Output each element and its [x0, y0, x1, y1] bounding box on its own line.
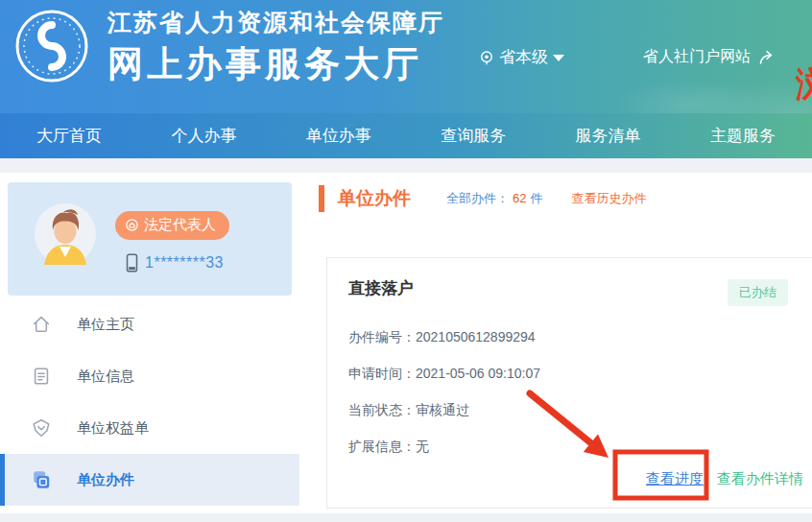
nav-item-home[interactable]: 大厅首页: [8, 125, 131, 147]
history-cases-link[interactable]: 查看历史办件: [571, 190, 646, 207]
total-unit: 件: [530, 191, 542, 205]
document-icon: [31, 366, 52, 387]
nav-item-service-list[interactable]: 服务清单: [547, 125, 670, 147]
card-action-links: 查看进度 查看办件详情: [646, 470, 803, 488]
phone-icon: [125, 253, 139, 273]
field-value: 无: [416, 439, 429, 454]
main-content: 单位办件 全部办件：62件 查看历史办件 直接落户 已办结 办件编号：20210…: [299, 173, 812, 513]
sidebar: 法定代表人 1********33 单位主页 单位信息: [0, 173, 299, 513]
sidebar-item-unit-home[interactable]: 单位主页: [0, 298, 299, 350]
sidebar-item-unit-cases[interactable]: 单位办件: [0, 454, 299, 506]
field-value: 2021-05-06 09:10:07: [416, 366, 540, 381]
role-badge-label: 法定代表人: [144, 216, 216, 234]
nav-item-unit[interactable]: 单位办事: [277, 125, 400, 147]
sidebar-item-label: 单位权益单: [77, 419, 149, 438]
status-badge: 已办结: [728, 279, 788, 306]
shield-icon: [31, 417, 52, 439]
region-selector[interactable]: 省本级: [478, 46, 564, 68]
field-label: 扩展信息：: [348, 439, 416, 454]
nav-item-personal[interactable]: 个人办事: [142, 125, 265, 147]
field-current-status: 当前状态：审核通过: [348, 402, 469, 419]
view-progress-link[interactable]: 查看进度: [646, 470, 704, 488]
field-value: 2021050612899294: [416, 329, 536, 344]
files-icon: [31, 469, 52, 490]
portal-label: 省人社门户网站: [643, 47, 751, 67]
role-badge: 法定代表人: [115, 211, 229, 240]
main-navigation: 大厅首页 个人办事 单位办事 查询服务 服务清单 主题服务: [0, 113, 812, 158]
clipped-edge-text: 浏: [796, 67, 812, 102]
sidebar-menu: 单位主页 单位信息 单位权益单 单位办件: [0, 298, 299, 506]
field-apply-time: 申请时间：2021-05-06 09:10:07: [348, 366, 540, 383]
field-label: 办件编号：: [348, 329, 416, 344]
legal-representative-icon: [125, 218, 139, 232]
external-link-arrow-icon: [758, 49, 777, 66]
site-header: 江苏省人力资源和社会保障厅 网上办事服务大厅 省本级 省人社门户网站 浏: [0, 0, 812, 113]
case-card: 直接落户 已办结 办件编号：2021050612899294 申请时间：2021…: [326, 257, 812, 509]
field-extended-info: 扩展信息：无: [348, 439, 429, 456]
avatar: [35, 203, 96, 265]
nav-item-theme-service[interactable]: 主题服务: [681, 125, 804, 147]
region-label: 省本级: [499, 46, 548, 68]
org-title: 江苏省人力资源和社会保障厅: [107, 7, 444, 38]
total-cases: 全部办件：62件: [446, 190, 542, 207]
sidebar-item-unit-info[interactable]: 单位信息: [0, 350, 299, 402]
sidebar-item-label: 单位办件: [77, 471, 134, 489]
field-label: 申请时间：: [348, 366, 416, 381]
sidebar-item-unit-rights[interactable]: 单位权益单: [0, 402, 299, 454]
view-detail-link[interactable]: 查看办件详情: [717, 470, 803, 488]
portal-link[interactable]: 省人社门户网站: [643, 47, 777, 67]
chevron-down-icon: [553, 55, 564, 61]
field-value: 审核通过: [416, 402, 469, 417]
sidebar-item-label: 单位信息: [77, 368, 134, 386]
total-label: 全部办件：: [446, 191, 509, 205]
location-pin-icon: [478, 49, 495, 66]
section-title: 单位办件: [338, 186, 411, 211]
home-icon: [31, 314, 52, 335]
sidebar-item-label: 单位主页: [77, 316, 134, 334]
field-case-number: 办件编号：2021050612899294: [348, 329, 536, 346]
section-header: 单位办件 全部办件：62件 查看历史办件: [319, 185, 646, 212]
user-card: 法定代表人 1********33: [8, 182, 292, 296]
page-title: 网上办事服务大厅: [107, 40, 444, 88]
agency-logo-icon: [13, 8, 90, 84]
case-title: 直接落户: [348, 277, 414, 299]
masked-phone-number: 1********33: [145, 254, 224, 272]
total-count: 62: [513, 191, 526, 205]
field-label: 当前状态：: [348, 402, 416, 417]
section-accent-bar: [319, 185, 324, 212]
phone-row: 1********33: [125, 253, 224, 273]
nav-item-query[interactable]: 查询服务: [412, 125, 535, 147]
